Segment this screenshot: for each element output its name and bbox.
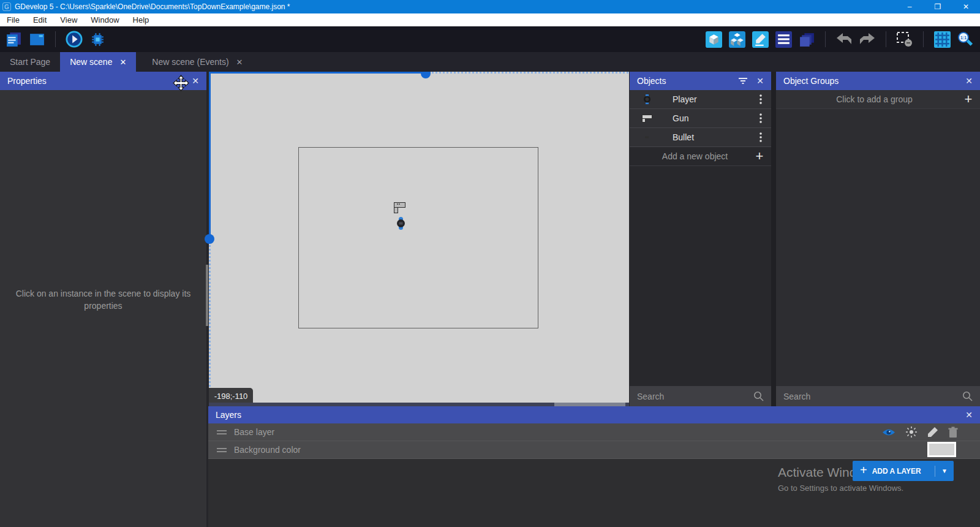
object-name: Gun <box>664 113 750 123</box>
toolbar-separator <box>825 31 826 47</box>
object-name: Bullet <box>664 132 750 142</box>
objects-search-input[interactable] <box>637 392 753 401</box>
titlebar: G GDevelop 5 - C:\Users\Sparkle\OneDrive… <box>0 0 980 13</box>
menu-edit[interactable]: Edit <box>26 13 53 26</box>
toolbar-separator <box>923 31 924 47</box>
game-window-bounds <box>298 147 538 328</box>
canvas-hscrollbar-track-dashed <box>432 72 629 74</box>
object-name: Player <box>664 94 750 104</box>
add-group-button[interactable]: Click to add a group + <box>776 90 980 109</box>
tab-label: Start Page <box>10 57 50 67</box>
delete-layer-trash-icon[interactable] <box>948 427 958 438</box>
tab-label: New scene (Events) <box>152 57 228 67</box>
object-row-bullet[interactable]: Bullet <box>630 128 771 147</box>
tab-new-scene-events[interactable]: New scene (Events) ✕ <box>142 52 252 72</box>
object-groups-icon[interactable] <box>728 31 745 48</box>
toolbar-separator <box>55 31 56 47</box>
svg-text:1:1: 1:1 <box>960 36 967 40</box>
bullet-sprite-icon <box>645 136 649 138</box>
zoom-1to1-icon[interactable]: 1:1 <box>957 31 974 48</box>
canvas-vscrollbar-track <box>209 72 211 238</box>
layer-row-base[interactable]: Base layer <box>208 423 980 441</box>
canvas-vscrollbar-thumb[interactable] <box>205 234 214 244</box>
menu-file[interactable]: File <box>0 13 26 26</box>
tab-close-icon[interactable]: ✕ <box>236 58 243 67</box>
object-row-player[interactable]: Player <box>630 90 771 109</box>
deselect-icon[interactable] <box>896 31 913 48</box>
layers-close-icon[interactable]: ✕ <box>965 410 973 420</box>
drag-handle-icon[interactable] <box>217 430 227 434</box>
drag-handle-icon[interactable] <box>217 448 227 452</box>
layers-icon[interactable] <box>798 31 815 48</box>
object-row-gun[interactable]: Gun <box>630 109 771 128</box>
objects-list-empty-area <box>630 166 771 386</box>
objects-close-icon[interactable]: ✕ <box>756 76 764 86</box>
properties-header: Properties ✕ <box>0 72 206 90</box>
layer-name: Base layer <box>234 427 274 437</box>
object-groups-header: Object Groups ✕ <box>776 72 980 90</box>
scene-canvas[interactable]: -198;-110 <box>209 72 629 406</box>
tab-close-icon[interactable]: ✕ <box>119 58 126 67</box>
add-new-object-label: Add a new object <box>630 151 748 161</box>
object-groups-title: Object Groups <box>783 76 839 86</box>
window-title: GDevelop 5 - C:\Users\Sparkle\OneDrive\D… <box>15 2 290 11</box>
search-icon <box>962 391 973 401</box>
menu-help[interactable]: Help <box>126 13 156 26</box>
panel-divider[interactable] <box>771 72 776 406</box>
undo-icon[interactable] <box>835 31 853 48</box>
close-button[interactable]: ✕ <box>952 0 980 13</box>
add-group-label: Click to add a group <box>776 94 957 104</box>
objects-editor-icon[interactable] <box>705 31 722 48</box>
objects-header: Objects ✕ <box>630 72 771 90</box>
debug-icon[interactable] <box>89 31 106 48</box>
player-instance[interactable] <box>396 217 405 230</box>
plus-icon: + <box>860 463 867 477</box>
edit-layer-pencil-icon[interactable] <box>927 427 938 438</box>
layers-header: Layers ✕ <box>208 406 980 423</box>
play-icon[interactable] <box>66 31 83 48</box>
redo-icon[interactable] <box>859 31 876 48</box>
menu-view[interactable]: View <box>53 13 84 26</box>
groups-search-input[interactable] <box>783 392 962 401</box>
gun-instance[interactable] <box>394 202 405 213</box>
add-new-object-button[interactable]: Add a new object + <box>630 147 771 166</box>
canvas-vscrollbar-track-dashed <box>209 245 211 401</box>
player-sprite-icon <box>643 94 651 104</box>
layers-title: Layers <box>216 410 241 420</box>
object-menu-icon[interactable] <box>750 113 771 123</box>
add-a-layer-button[interactable]: + ADD A LAYER ▼ <box>853 461 954 481</box>
tab-new-scene[interactable]: New scene ✕ <box>60 52 136 72</box>
restore-button[interactable]: ❐ <box>924 0 952 13</box>
gdevelop-logo-icon: G <box>2 2 11 11</box>
start-page-icon[interactable] <box>28 31 45 48</box>
grid-icon[interactable] <box>933 31 951 48</box>
tab-start-page[interactable]: Start Page <box>0 52 60 72</box>
menubar: File Edit View Window Help <box>0 13 980 26</box>
chevron-down-icon[interactable]: ▼ <box>935 466 948 477</box>
add-a-layer-label: ADD A LAYER <box>872 467 921 476</box>
properties-edit-icon[interactable] <box>752 31 769 48</box>
properties-close-icon[interactable]: ✕ <box>192 76 199 86</box>
layer-row-background-color[interactable]: Background color <box>208 441 980 459</box>
menu-window[interactable]: Window <box>84 13 126 26</box>
canvas-hscrollbar-thumb[interactable] <box>421 72 431 78</box>
plus-icon: + <box>957 91 980 107</box>
filter-icon[interactable] <box>738 77 748 85</box>
object-groups-close-icon[interactable]: ✕ <box>965 76 973 86</box>
minimize-button[interactable]: – <box>895 0 924 13</box>
objects-panel: Objects ✕ Player Gun <box>630 72 771 406</box>
visibility-eye-icon[interactable] <box>882 428 895 437</box>
objects-search-bar <box>630 386 771 406</box>
object-menu-icon[interactable] <box>750 94 771 104</box>
background-color-swatch[interactable] <box>927 442 956 457</box>
project-manager-icon[interactable] <box>5 31 22 48</box>
instances-list-icon[interactable] <box>775 31 792 48</box>
cursor-coordinates: -198;-110 <box>209 388 253 404</box>
object-menu-icon[interactable] <box>750 132 771 142</box>
tab-label: New scene <box>70 57 112 67</box>
layer-effects-icon[interactable] <box>905 426 918 438</box>
groups-search-bar <box>776 386 980 406</box>
watermark-line2: Go to Settings to activate Windows. <box>778 483 903 493</box>
properties-scrollbar[interactable] <box>206 265 208 326</box>
groups-list-empty-area <box>776 109 980 386</box>
